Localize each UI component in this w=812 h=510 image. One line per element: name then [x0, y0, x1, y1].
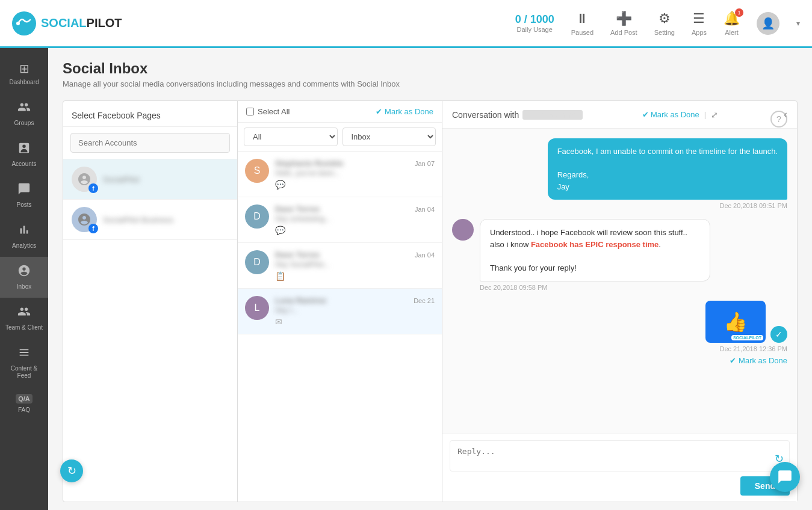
msg-sender-3: Dave Torres	[275, 250, 320, 259]
setting-button[interactable]: ⚙ Setting	[654, 11, 675, 36]
dashboard-icon: ⊞	[19, 61, 29, 76]
mark-done-bottom-label: Mark as Done	[739, 356, 787, 365]
reply-textarea[interactable]	[450, 440, 790, 472]
svg-point-1	[16, 22, 20, 25]
add-post-button[interactable]: ➕ Add Post	[610, 11, 637, 36]
refresh-icon: ↻	[67, 464, 76, 478]
message-bubble-image-1: 👍 SOCIALPILOT ✓ Dec 21,2018 12:36 PM ✔ M…	[705, 301, 787, 366]
messages-filters: All Messages Comments Inbox Done Spam	[238, 123, 442, 152]
logo[interactable]: SOCIAL PILOT	[12, 11, 122, 35]
sidebar-label-analytics: Analytics	[12, 242, 36, 250]
sidebar-item-posts[interactable]: Posts	[0, 175, 48, 216]
msg-date-3: Jan 04	[415, 251, 435, 259]
apps-label: Apps	[692, 29, 707, 36]
msg-avatar-4: L	[245, 296, 269, 320]
inbox-icon	[17, 264, 31, 280]
conversation-panel: Conversation with Luna Ramirez ✔ Mark as…	[442, 101, 797, 502]
msg-content-4: Luna Ramirez Dec 21 Hey I... ✉	[275, 296, 435, 327]
conv-mark-done-top[interactable]: ✔ Mark as Done	[642, 110, 699, 119]
conversation-messages: Facebook, I am unable to commit on the t…	[442, 129, 797, 434]
conversation-header-right: ✔ Mark as Done | ⤢	[642, 110, 718, 120]
msg-avatar-2: D	[245, 204, 269, 229]
message-item-3[interactable]: D Dave Torres Jan 04 Hey SocialPilot... …	[238, 243, 442, 289]
msg-date-4: Dec 21	[414, 297, 435, 304]
topnav-right: 0 / 1000 Daily Usage ⏸ Paused ➕ Add Post…	[515, 11, 800, 36]
sidebar-item-dashboard[interactable]: ⊞ Dashboard	[0, 54, 48, 93]
msg-avatar-1: S	[245, 159, 269, 183]
alert-button[interactable]: 🔔 1 Alert	[724, 11, 740, 36]
team-client-icon	[17, 305, 31, 321]
sidebar-item-content-feed[interactable]: Content & Feed	[0, 339, 48, 387]
mark-done-bottom[interactable]: ✔ Mark as Done	[730, 352, 787, 366]
msg-icon-4: ✉	[275, 317, 435, 327]
account-item-2[interactable]: f SocialPilot Business	[63, 200, 237, 240]
collapse-panel-button[interactable]: ‹	[784, 108, 787, 121]
mark-done-button-top[interactable]: ✔ Mark as Done	[376, 107, 433, 116]
sidebar-item-faq[interactable]: Q/A FAQ	[0, 387, 48, 421]
select-all-label: Select All	[258, 107, 290, 116]
messages-panel-header: Select All ✔ Mark as Done	[238, 101, 442, 123]
message-bubble-received-1: Understood.. i hope Facebook will review…	[452, 219, 787, 291]
logo-social: SOCIAL	[41, 16, 87, 30]
sidebar-item-groups[interactable]: Groups	[0, 93, 48, 134]
daily-usage-number: 0 / 1000	[515, 13, 554, 26]
message-item-4[interactable]: L Luna Ramirez Dec 21 Hey I... ✉	[238, 289, 442, 334]
select-all-checkbox[interactable]: Select All	[246, 107, 290, 116]
bubble-received-timestamp-1: Dec 20,2018 09:58 PM	[480, 284, 787, 291]
apps-icon: ☰	[693, 11, 705, 26]
add-post-label: Add Post	[610, 29, 637, 36]
avatar-icon: 👤	[761, 17, 775, 30]
msg-preview-2: Hey scheduling...	[275, 215, 435, 223]
message-item-1[interactable]: S Stephanie Rumble Jan 07 Hello, you've …	[238, 152, 442, 197]
bubble-sent-timestamp-1: Dec 20,2018 09:51 PM	[719, 202, 787, 209]
image-bubble-timestamp: Dec 21,2018 12:36 PM	[719, 345, 787, 352]
conversation-header: Conversation with Luna Ramirez ✔ Mark as…	[442, 101, 797, 129]
msg-date-1: Jan 07	[415, 160, 435, 167]
expand-icon[interactable]: ⤢	[711, 110, 718, 120]
accounts-icon	[17, 141, 31, 158]
checkmark-icon: ✔	[376, 107, 382, 116]
user-avatar[interactable]: 👤	[757, 12, 779, 35]
sidebar-label-content-feed: Content & Feed	[3, 365, 45, 379]
select-all-check[interactable]	[246, 108, 254, 115]
alert-label: Alert	[725, 29, 739, 36]
apps-button[interactable]: ☰ Apps	[692, 11, 707, 36]
filter-folder-select[interactable]: Inbox Done Spam	[342, 127, 436, 146]
conv-avatar-1	[452, 219, 474, 241]
msg-content-3: Dave Torres Jan 04 Hey SocialPilot... 📋	[275, 250, 435, 281]
msg-icon-2: 💬	[275, 226, 435, 235]
conversation-with-name: Luna Ramirez	[522, 110, 583, 120]
daily-usage[interactable]: 0 / 1000 Daily Usage	[515, 13, 554, 33]
avatar-dropdown-arrow[interactable]: ▾	[796, 19, 800, 28]
sidebar-label-groups: Groups	[14, 120, 34, 127]
msg-content-1: Stephanie Rumble Jan 07 Hello, you've be…	[275, 159, 435, 189]
faq-icon: Q/A	[16, 394, 33, 404]
sidebar-item-inbox[interactable]: Inbox	[0, 257, 48, 298]
svg-point-0	[12, 11, 36, 35]
sidebar-item-team-client[interactable]: Team & Client	[0, 298, 48, 339]
check-icon-bottom: ✔	[730, 356, 736, 365]
paused-button[interactable]: ⏸ Paused	[571, 11, 594, 36]
sidebar-item-accounts[interactable]: Accounts	[0, 134, 48, 175]
account-item-1[interactable]: f SocialPilot	[63, 159, 237, 200]
sp-logo-overlay: SOCIALPILOT	[731, 335, 763, 340]
sidebar-item-analytics[interactable]: Analytics	[0, 216, 48, 257]
message-item-2[interactable]: D Dave Torres Jan 04 Hey scheduling... 💬	[238, 197, 442, 243]
page-header: Social Inbox Manage all your social medi…	[63, 60, 798, 88]
filter-type-select[interactable]: All Messages Comments	[244, 127, 338, 146]
page-subtitle: Manage all your social media conversatio…	[63, 79, 798, 88]
msg-date-2: Jan 04	[415, 206, 435, 213]
chat-fab-button[interactable]	[770, 462, 800, 492]
add-post-icon: ➕	[616, 11, 632, 26]
msg-preview-4: Hey I...	[275, 306, 435, 315]
bubble-sent-text-1: Facebook, I am unable to commit on the t…	[548, 138, 787, 200]
account-name-2: SocialPilot Business	[103, 215, 173, 224]
check-icon-top: ✔	[642, 110, 649, 119]
fb-badge-1: f	[88, 183, 98, 193]
search-accounts-input[interactable]	[70, 133, 230, 153]
separator: |	[704, 110, 706, 119]
reply-input-wrap: ↻	[450, 440, 790, 472]
refresh-button[interactable]: ↻	[60, 459, 83, 482]
page-title: Social Inbox	[63, 60, 798, 77]
messages-list: S Stephanie Rumble Jan 07 Hello, you've …	[238, 152, 442, 463]
